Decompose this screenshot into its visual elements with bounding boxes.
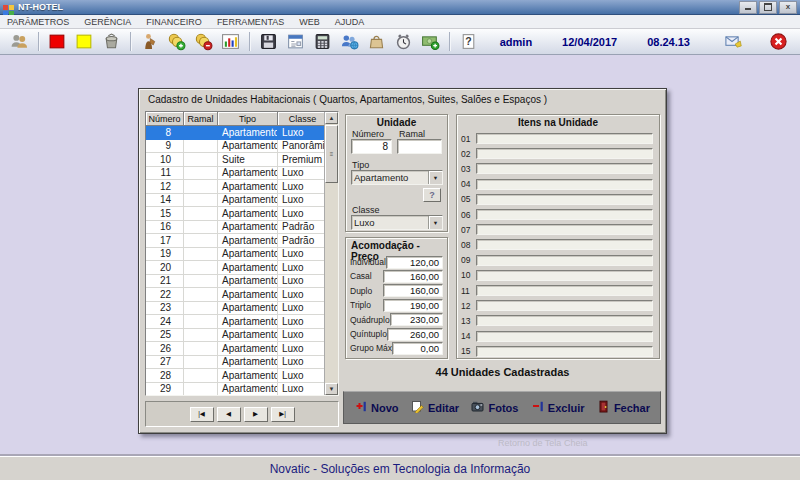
table-row[interactable]: 15ApartamentoLuxo (146, 207, 324, 221)
menu-item-ajuda[interactable]: AJUDA (335, 17, 365, 27)
housekeeping-icon[interactable] (98, 31, 125, 53)
item-row: 13 (461, 313, 653, 328)
item-row: 03 (461, 161, 653, 176)
alarm-clock-icon[interactable] (390, 31, 417, 53)
application-window: { "window": { "title": "NT-HOTEL" }, "me… (0, 0, 800, 480)
column-header-ramal[interactable]: Ramal (184, 112, 218, 126)
table-row[interactable]: 25ApartamentoLuxo (146, 329, 324, 343)
record-navigator: |◀ ◀ ▶ ▶| (145, 401, 339, 427)
column-header-classe[interactable]: Classe (278, 112, 324, 126)
classe-dropdown[interactable]: Luxo ▼ (351, 215, 443, 230)
reports-chart-icon[interactable] (217, 31, 244, 53)
table-row[interactable]: 11ApartamentoLuxo (146, 167, 324, 181)
menu-item-parametros[interactable]: PARÂMETROS (7, 17, 69, 27)
table-row[interactable]: 24ApartamentoLuxo (146, 315, 324, 329)
next-record-button[interactable]: ▶ (244, 407, 268, 422)
column-header-numero[interactable]: Número (146, 112, 184, 126)
item-field[interactable] (476, 315, 653, 326)
table-row[interactable]: 14ApartamentoLuxo (146, 194, 324, 208)
menu-item-gerencia[interactable]: GERÊNCIA (84, 17, 131, 27)
pay-coins-icon[interactable] (190, 31, 217, 53)
fotos-button[interactable]: Fotos (471, 400, 518, 416)
guest-account-icon[interactable] (136, 31, 163, 53)
menu-item-financeiro[interactable]: FINANCEIRO (146, 17, 202, 27)
item-field[interactable] (476, 331, 653, 342)
receive-coins-icon[interactable] (163, 31, 190, 53)
table-cell: Apartamento (218, 207, 278, 221)
price-field[interactable]: 190,00 (383, 299, 443, 312)
price-label: Duplo (350, 286, 383, 296)
cash-register-icon[interactable] (417, 31, 444, 53)
price-field[interactable]: 230,00 (390, 313, 443, 326)
item-field[interactable] (476, 285, 653, 296)
table-row[interactable]: 9ApartamentoPanorâmico (146, 140, 324, 154)
item-field[interactable] (476, 346, 653, 357)
column-header-tipo[interactable]: Tipo (218, 112, 278, 126)
mail-icon[interactable] (720, 31, 747, 53)
editar-button[interactable]: Editar (411, 400, 459, 416)
help-small-button[interactable]: ? (423, 188, 441, 202)
excluir-button[interactable]: Excluir (531, 400, 585, 416)
guests-icon[interactable] (6, 31, 33, 53)
table-row[interactable]: 10SuitePremium (146, 153, 324, 167)
price-field[interactable]: 160,00 (383, 270, 443, 283)
fechar-button[interactable]: Fechar (597, 400, 650, 416)
table-row[interactable]: 29ApartamentoLuxo (146, 383, 324, 396)
table-row[interactable]: 17ApartamentoPadrão (146, 234, 324, 248)
table-scrollbar[interactable]: ▲ ≡ ▼ (324, 112, 338, 395)
room-status-yellow-icon[interactable] (71, 31, 98, 53)
close-button[interactable]: x (779, 1, 797, 14)
item-field[interactable] (476, 270, 653, 281)
item-field[interactable] (476, 239, 653, 250)
minimize-button[interactable] (739, 1, 757, 14)
item-field[interactable] (476, 148, 653, 159)
menu-item-ferramentas[interactable]: FERRAMENTAS (217, 17, 284, 27)
menu-item-web[interactable]: WEB (299, 17, 320, 27)
ramal-field[interactable] (397, 139, 442, 154)
item-field[interactable] (476, 194, 653, 205)
last-record-button[interactable]: ▶| (271, 407, 295, 422)
help-icon[interactable]: ? (455, 31, 482, 53)
table-row[interactable]: 21ApartamentoLuxo (146, 275, 324, 289)
table-row[interactable]: 19ApartamentoLuxo (146, 248, 324, 262)
scroll-down-icon[interactable]: ▼ (325, 383, 338, 395)
calculator-icon[interactable] (309, 31, 336, 53)
item-field[interactable] (476, 255, 653, 266)
exit-icon[interactable] (765, 31, 792, 53)
table-row[interactable]: 28ApartamentoLuxo (146, 369, 324, 383)
table-cell (184, 126, 218, 140)
previous-record-button[interactable]: ◀ (217, 407, 241, 422)
item-field[interactable] (476, 224, 653, 235)
scroll-up-icon[interactable]: ▲ (325, 112, 338, 124)
table-row[interactable]: 16ApartamentoPadrão (146, 221, 324, 235)
table-row[interactable]: 8ApartamentoLuxo (146, 126, 324, 140)
item-field[interactable] (476, 179, 653, 190)
calendar-icon[interactable] (282, 31, 309, 53)
table-row[interactable]: 23ApartamentoLuxo (146, 302, 324, 316)
restore-button[interactable] (759, 1, 777, 14)
chevron-down-icon[interactable]: ▼ (428, 216, 442, 229)
scrollbar-thumb[interactable]: ≡ (325, 125, 338, 183)
novo-button[interactable]: Novo (354, 400, 399, 416)
table-row[interactable]: 22ApartamentoLuxo (146, 288, 324, 302)
tipo-dropdown[interactable]: Apartamento ▼ (351, 170, 443, 185)
price-field[interactable]: 0,00 (392, 342, 443, 355)
price-field[interactable]: 260,00 (387, 328, 443, 341)
table-row[interactable]: 26ApartamentoLuxo (146, 342, 324, 356)
room-status-red-icon[interactable] (44, 31, 71, 53)
table-row[interactable]: 12ApartamentoLuxo (146, 180, 324, 194)
table-row[interactable]: 20ApartamentoLuxo (146, 261, 324, 275)
price-field[interactable]: 120,00 (386, 256, 443, 269)
purchases-bag-icon[interactable] (363, 31, 390, 53)
item-field[interactable] (476, 163, 653, 174)
chevron-down-icon[interactable]: ▼ (428, 171, 442, 184)
save-icon[interactable] (255, 31, 282, 53)
price-field[interactable]: 160,00 (383, 284, 443, 297)
first-record-button[interactable]: |◀ (190, 407, 214, 422)
item-field[interactable] (476, 300, 653, 311)
item-field[interactable] (476, 209, 653, 220)
item-field[interactable] (476, 133, 653, 144)
table-row[interactable]: 27ApartamentoLuxo (146, 356, 324, 370)
guest-info-icon[interactable] (336, 31, 363, 53)
numero-field[interactable]: 8 (351, 139, 392, 154)
